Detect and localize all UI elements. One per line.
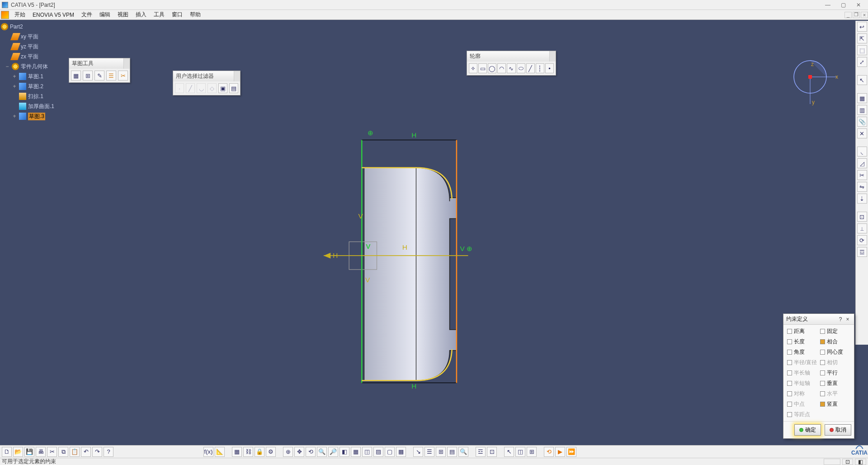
rotate-icon[interactable]: ⟲ (306, 447, 316, 457)
redo-icon[interactable]: ↷ (92, 447, 102, 457)
t6-icon[interactable]: ☲ (476, 447, 486, 457)
filter-face-icon[interactable]: ◇ (208, 83, 217, 93)
measure-icon[interactable]: 📐 (215, 447, 225, 457)
animate-icon[interactable]: ⟳ (857, 235, 867, 245)
profile-toolbar[interactable]: 轮廓 ⟡ ▭ ◯ ◠ ∿ ⬭ ╱ ┆ • (467, 51, 556, 76)
checkbox-icon[interactable] (820, 329, 825, 334)
zoomin-icon[interactable]: 🔍 (317, 447, 327, 457)
tree-item[interactable]: 扫掠.1 (1, 91, 54, 101)
construction-icon[interactable]: ✎ (94, 71, 104, 81)
filter-point-icon[interactable]: · (175, 83, 184, 93)
tree-item[interactable]: zx 平面 (1, 52, 54, 62)
toolbar-grip[interactable] (234, 71, 240, 81)
checkbox-icon[interactable] (820, 402, 825, 407)
tree-item[interactable]: +草图.2 (1, 81, 54, 91)
constraint1-icon[interactable]: ⊡ (857, 212, 867, 222)
analysis-icon[interactable]: ☲ (857, 247, 867, 257)
hlr-icon[interactable]: ▩ (396, 447, 406, 457)
filter-curve-icon[interactable]: ◡ (197, 83, 206, 93)
cut-icon[interactable]: ✂ (118, 71, 128, 81)
tree-item[interactable]: xy 平面 (1, 32, 54, 42)
cut-icon[interactable]: ✂ (47, 447, 57, 457)
exit-workbench-icon[interactable]: ↩ (857, 22, 867, 32)
menu-help[interactable]: 帮助 (186, 10, 204, 19)
tree-item[interactable]: 加厚曲面.1 (1, 101, 54, 111)
filter-line-icon[interactable]: ╱ (186, 83, 195, 93)
sketch-tools-toolbar[interactable]: 草图工具 ▦ ⊞ ✎ ☰ ✂ (69, 58, 130, 83)
t4-icon[interactable]: ▤ (447, 447, 457, 457)
constraint-option[interactable]: 固定 (820, 327, 850, 335)
menu-tools[interactable]: 工具 (150, 10, 168, 19)
iso-icon[interactable]: ◫ (362, 447, 372, 457)
open-icon[interactable]: 📂 (13, 447, 23, 457)
chamfer-icon[interactable]: ◿ (857, 158, 867, 168)
anim3-icon[interactable]: ⏩ (566, 447, 576, 457)
t10-icon[interactable]: ⊞ (527, 447, 537, 457)
spline-icon[interactable]: ∿ (507, 63, 515, 73)
maximize-button[interactable]: ▢ (835, 1, 851, 9)
axis-icon[interactable]: ┆ (536, 63, 544, 73)
filter-other-icon[interactable]: ▤ (229, 83, 238, 93)
tree-item[interactable]: yz 平面 (1, 42, 54, 52)
out1-icon[interactable]: ⇱ (857, 33, 867, 43)
dialog-titlebar[interactable]: 约束定义 ? × (783, 314, 854, 325)
pan-icon[interactable]: ✥ (294, 447, 304, 457)
t9-icon[interactable]: ◫ (515, 447, 525, 457)
corner-icon[interactable]: ◟ (857, 147, 867, 157)
standard-icon[interactable]: ☰ (106, 71, 116, 81)
constraint2-icon[interactable]: ⟂ (857, 223, 867, 233)
out3-icon[interactable]: ⤢ (857, 57, 867, 67)
normal-view-icon[interactable]: ▦ (857, 93, 867, 103)
new-icon[interactable]: 🗋 (2, 447, 12, 457)
doc-minimize-button[interactable]: _ (844, 12, 852, 18)
snap-icon[interactable]: ⊞ (83, 71, 93, 81)
menu-start[interactable]: 开始 (11, 10, 29, 19)
arc-icon[interactable]: ◠ (497, 63, 506, 73)
constraint-option[interactable]: 平行 (820, 369, 850, 377)
print-icon[interactable]: 🖶 (36, 447, 46, 457)
undo-icon[interactable]: ↶ (81, 447, 91, 457)
view2-icon[interactable]: ▥ (857, 105, 867, 115)
paste-icon[interactable]: 📋 (70, 447, 80, 457)
menu-edit[interactable]: 编辑 (96, 10, 114, 19)
tree-item[interactable]: +草图.1 (1, 71, 54, 81)
fx-icon[interactable]: f(x) (203, 447, 213, 457)
menu-window[interactable]: 窗口 (168, 10, 186, 19)
cancel-button[interactable]: 取消 (825, 424, 851, 436)
checkbox-icon[interactable] (820, 381, 825, 386)
lock-icon[interactable]: 🔒 (255, 447, 264, 457)
constraint-option[interactable]: 距离 (787, 327, 817, 335)
spec-tree[interactable]: Part2 xy 平面yz 平面zx 平面−零件几何体+草图.1+草图.2扫掠.… (1, 22, 54, 121)
project-icon[interactable]: ⇣ (857, 194, 867, 204)
tree-item[interactable]: −零件几何体 (1, 62, 54, 71)
tree-expander-icon[interactable]: − (5, 63, 10, 70)
tree-expander-icon[interactable]: + (12, 113, 17, 119)
table-icon[interactable]: ▦ (232, 447, 242, 457)
profile-tb-title[interactable]: 轮廓 (467, 51, 549, 62)
zoomout-icon[interactable]: 🔎 (328, 447, 338, 457)
tree-expander-icon[interactable]: + (12, 83, 17, 90)
out2-icon[interactable]: ⬚ (857, 45, 867, 55)
normal-icon[interactable]: ◧ (340, 447, 349, 457)
constraint-option[interactable]: 相合 (820, 338, 850, 346)
tree-item[interactable]: +草图.3 (1, 111, 54, 121)
menu-file[interactable]: 文件 (78, 10, 96, 19)
minimize-button[interactable]: — (820, 1, 835, 9)
select-arrow-icon[interactable]: ↖ (857, 75, 867, 85)
profile-icon[interactable]: ⟡ (469, 63, 477, 73)
tool4-icon[interactable]: ✕ (857, 128, 867, 138)
point-icon[interactable]: • (545, 63, 554, 73)
fit-icon[interactable]: ⊕ (283, 447, 293, 457)
anim2-icon[interactable]: ▶ (555, 447, 565, 457)
checkbox-icon[interactable] (787, 329, 792, 334)
tree-root[interactable]: Part2 (1, 22, 54, 32)
link-icon[interactable]: ⛓ (243, 447, 253, 457)
mirror-icon[interactable]: ⇋ (857, 182, 867, 192)
constraint-option[interactable]: 竖直 (820, 400, 850, 408)
menu-view[interactable]: 视图 (114, 10, 132, 19)
viewport[interactable]: ⊕ H H V V H H V V ⊕ (0, 20, 855, 445)
grid-icon[interactable]: ▦ (71, 71, 81, 81)
constraint-option[interactable]: 同心度 (820, 348, 850, 356)
trim-icon[interactable]: ✂ (857, 170, 867, 180)
line-icon[interactable]: ╱ (526, 63, 535, 73)
